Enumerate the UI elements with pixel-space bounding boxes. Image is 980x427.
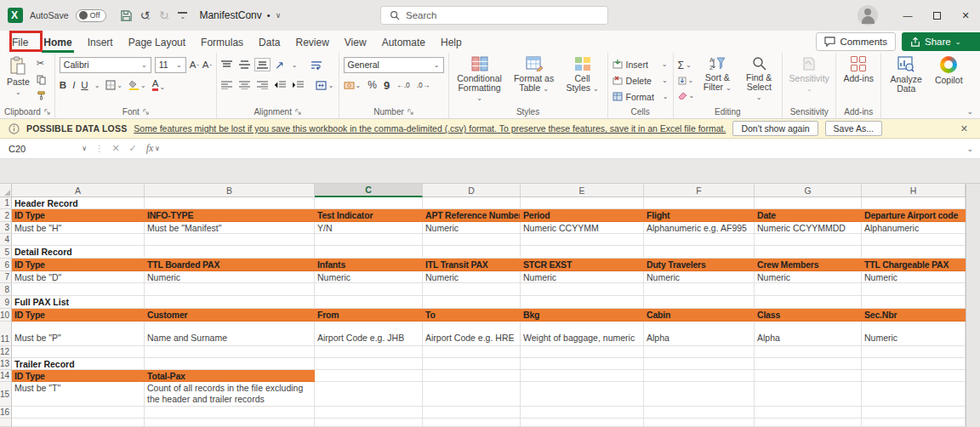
- cell[interactable]: Numeric: [315, 271, 423, 283]
- cell[interactable]: Count of all records in the file excludi…: [145, 382, 315, 407]
- close-button[interactable]: ✕: [951, 0, 980, 31]
- cell[interactable]: [315, 234, 423, 246]
- cell[interactable]: [423, 358, 521, 370]
- cell[interactable]: [644, 234, 755, 246]
- italic-button[interactable]: I: [72, 80, 75, 90]
- cell[interactable]: [12, 418, 145, 427]
- cell[interactable]: Flight: [644, 209, 755, 222]
- cell[interactable]: [644, 246, 755, 259]
- cell[interactable]: [755, 296, 862, 309]
- align-middle-icon[interactable]: [239, 60, 250, 69]
- row-header[interactable]: 14: [0, 370, 12, 382]
- cell[interactable]: [315, 370, 423, 382]
- cell[interactable]: [12, 234, 145, 246]
- cell[interactable]: [862, 296, 966, 309]
- cell[interactable]: Airport Code e.g. HRE: [423, 322, 521, 346]
- cell[interactable]: Duty Travelers: [644, 259, 755, 271]
- cell[interactable]: [644, 358, 755, 370]
- cell[interactable]: Bkg: [521, 309, 644, 322]
- align-right-icon[interactable]: [257, 81, 268, 89]
- cell[interactable]: [12, 283, 145, 296]
- cell[interactable]: [423, 246, 521, 259]
- row-header[interactable]: 5: [0, 246, 12, 259]
- grow-font-button[interactable]: Aˆ: [190, 60, 199, 70]
- cell[interactable]: Full PAX List: [12, 296, 145, 309]
- increase-decimal-button[interactable]: ←.0: [396, 81, 410, 89]
- cell[interactable]: [862, 382, 966, 407]
- cell[interactable]: APT Reference Number: [423, 209, 521, 222]
- cell[interactable]: To: [423, 309, 521, 322]
- cell[interactable]: [315, 283, 423, 296]
- cell[interactable]: ID Type: [12, 259, 145, 271]
- cell[interactable]: Numeric: [862, 271, 966, 283]
- redo-button[interactable]: ↻⌄: [159, 9, 170, 21]
- formula-input[interactable]: [160, 139, 967, 158]
- cell[interactable]: [862, 234, 966, 246]
- cell[interactable]: Date: [755, 209, 862, 222]
- cell[interactable]: [315, 296, 423, 309]
- decrease-indent-icon[interactable]: [275, 81, 286, 89]
- cell[interactable]: Alphanumeric e.g. AF995: [644, 222, 755, 234]
- row-header[interactable]: 2: [0, 209, 12, 222]
- cell[interactable]: Numeric: [423, 271, 521, 283]
- merge-center-button[interactable]: ⌄: [316, 81, 334, 90]
- cell[interactable]: Numeric: [755, 271, 862, 283]
- cell[interactable]: [423, 382, 521, 407]
- cell[interactable]: [145, 407, 315, 418]
- cell[interactable]: Departure Airport code: [862, 209, 966, 222]
- cell[interactable]: Must be "T": [12, 382, 145, 407]
- tab-automate[interactable]: Automate: [374, 31, 433, 53]
- percent-style-button[interactable]: %: [368, 79, 377, 91]
- accounting-format-button[interactable]: ⌄: [344, 81, 362, 90]
- cell[interactable]: [862, 283, 966, 296]
- cell[interactable]: Infants: [315, 259, 423, 271]
- cell[interactable]: [145, 358, 315, 370]
- clear-button[interactable]: ⌄: [678, 89, 695, 102]
- cell[interactable]: [755, 283, 862, 296]
- comma-style-button[interactable]: 9: [384, 79, 390, 92]
- sort-filter-button[interactable]: AZ Sort & Filter ⌄: [698, 55, 736, 105]
- cell[interactable]: [315, 346, 423, 358]
- cell[interactable]: [315, 382, 423, 407]
- cell[interactable]: [755, 382, 862, 407]
- cell[interactable]: Customer: [145, 309, 315, 322]
- row-header[interactable]: 17: [0, 418, 12, 427]
- cell[interactable]: [755, 346, 862, 358]
- column-header-H[interactable]: H: [862, 184, 966, 197]
- tab-view[interactable]: View: [337, 31, 374, 53]
- shrink-font-button[interactable]: Aˇ: [202, 60, 212, 70]
- cell[interactable]: [644, 370, 755, 382]
- cell[interactable]: [315, 418, 423, 427]
- tab-review[interactable]: Review: [288, 31, 336, 53]
- document-title[interactable]: ManifestConv • ∨: [199, 9, 281, 21]
- cell[interactable]: [644, 407, 755, 418]
- cell[interactable]: Alphanumeric: [862, 222, 966, 234]
- cell[interactable]: [862, 346, 966, 358]
- cell[interactable]: [862, 358, 966, 370]
- format-as-table-button[interactable]: Format as Table ⌄: [510, 55, 558, 105]
- cell[interactable]: Must be "Manifest": [145, 222, 315, 234]
- cell[interactable]: [521, 296, 644, 309]
- row-header[interactable]: 8: [0, 283, 12, 296]
- restore-button[interactable]: [922, 0, 951, 31]
- column-header-D[interactable]: D: [423, 184, 521, 197]
- bold-button[interactable]: B: [60, 80, 66, 90]
- cell[interactable]: [755, 234, 862, 246]
- save-as-button[interactable]: Save As...: [825, 121, 882, 136]
- cell[interactable]: [521, 382, 644, 407]
- cell[interactable]: [644, 418, 755, 427]
- column-header-G[interactable]: G: [755, 184, 862, 197]
- cell[interactable]: [644, 283, 755, 296]
- account-avatar[interactable]: [858, 5, 878, 26]
- copilot-button[interactable]: Copilot: [931, 55, 966, 105]
- dont-show-again-button[interactable]: Don't show again: [732, 121, 818, 136]
- cell[interactable]: Y/N: [315, 222, 423, 234]
- row-header[interactable]: 3: [0, 222, 12, 234]
- cell[interactable]: Numeric: [644, 271, 755, 283]
- cell[interactable]: [315, 197, 423, 209]
- cell[interactable]: [315, 358, 423, 370]
- align-top-icon[interactable]: [221, 60, 232, 69]
- cell[interactable]: [755, 418, 862, 427]
- cell[interactable]: [423, 234, 521, 246]
- underline-button[interactable]: U: [81, 80, 88, 90]
